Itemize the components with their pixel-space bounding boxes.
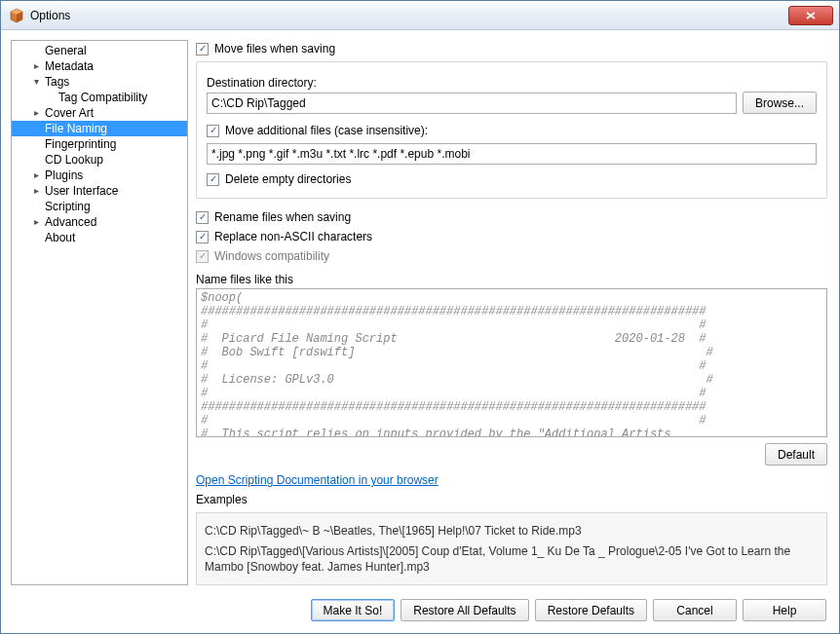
rename-files-checkbox[interactable]: ✓ <box>196 211 209 224</box>
example-line: C:\CD Rip\Tagged\~ B ~\Beatles, The\[196… <box>205 523 819 539</box>
cancel-button[interactable]: Cancel <box>653 599 737 621</box>
content-area: General▸Metadata▾TagsTag Compatibility▸C… <box>1 30 839 591</box>
move-additional-label[interactable]: Move additional files (case insensitive)… <box>225 124 428 137</box>
tree-toggle-icon[interactable]: ▸ <box>29 214 43 230</box>
tree-item-tags[interactable]: ▾Tags <box>12 74 187 90</box>
tree-item-label: Advanced <box>43 214 98 230</box>
make-it-so-button[interactable]: Make It So! <box>311 599 396 621</box>
tree-item-label: About <box>43 230 77 245</box>
nav-tree[interactable]: General▸Metadata▾TagsTag Compatibility▸C… <box>11 40 188 585</box>
tree-toggle-icon[interactable]: ▸ <box>29 168 43 183</box>
tree-item-file-naming[interactable]: File Naming <box>12 121 187 136</box>
move-files-group: Destination directory: Browse... ✓ Move … <box>196 61 827 199</box>
tree-item-label: User Interface <box>43 183 120 199</box>
tree-item-user-interface[interactable]: ▸User Interface <box>12 183 187 199</box>
example-line: C:\CD Rip\Tagged\[Various Artists]\[2005… <box>205 543 819 575</box>
dialog-footer: Make It So! Restore All Defaults Restore… <box>1 591 839 633</box>
tree-item-tag-compatibility[interactable]: Tag Compatibility <box>12 90 187 105</box>
tree-item-label: File Naming <box>43 121 109 136</box>
rename-files-label[interactable]: Rename files when saving <box>214 210 351 224</box>
naming-script-textarea[interactable] <box>196 288 827 437</box>
tree-item-label: CD Lookup <box>43 152 105 168</box>
tree-item-cd-lookup[interactable]: CD Lookup <box>12 152 187 168</box>
tree-item-label: Cover Art <box>43 105 95 121</box>
help-button[interactable]: Help <box>743 599 826 621</box>
additional-patterns-input[interactable] <box>207 143 817 165</box>
tree-item-about[interactable]: About <box>12 230 187 245</box>
main-panel: ✓ Move files when saving Destination dir… <box>196 40 829 585</box>
delete-empty-checkbox[interactable]: ✓ <box>207 173 219 186</box>
tree-toggle-icon[interactable]: ▸ <box>29 183 43 199</box>
name-files-label: Name files like this <box>196 273 827 286</box>
destination-label: Destination directory: <box>207 76 817 90</box>
move-files-label[interactable]: Move files when saving <box>214 42 335 56</box>
tree-toggle-icon[interactable]: ▾ <box>29 74 43 90</box>
examples-box: C:\CD Rip\Tagged\~ B ~\Beatles, The\[196… <box>196 512 827 585</box>
tree-item-label: Tag Compatibility <box>57 90 149 105</box>
tree-item-label: Scripting <box>43 199 93 214</box>
examples-label: Examples <box>196 493 827 506</box>
tree-toggle-icon[interactable]: ▸ <box>29 105 43 121</box>
tree-item-label: Tags <box>43 74 71 90</box>
destination-input[interactable] <box>207 93 737 114</box>
tree-item-scripting[interactable]: Scripting <box>12 199 187 214</box>
restore-all-defaults-button[interactable]: Restore All Defaults <box>401 599 528 621</box>
default-button[interactable]: Default <box>765 443 827 466</box>
tree-item-general[interactable]: General <box>12 43 187 58</box>
tree-item-label: Plugins <box>43 168 85 183</box>
app-icon <box>9 8 24 23</box>
replace-nonascii-checkbox[interactable]: ✓ <box>196 231 209 243</box>
delete-empty-label[interactable]: Delete empty directories <box>225 172 351 186</box>
tree-item-label: Metadata <box>43 58 95 74</box>
browse-button[interactable]: Browse... <box>743 92 817 114</box>
close-button[interactable] <box>788 6 833 25</box>
tree-toggle-icon[interactable]: ▸ <box>29 58 43 74</box>
tree-item-label: Fingerprinting <box>43 136 118 152</box>
restore-defaults-button[interactable]: Restore Defaults <box>535 599 647 621</box>
windows-compat-label: Windows compatibility <box>214 249 329 263</box>
tree-item-advanced[interactable]: ▸Advanced <box>12 214 187 230</box>
titlebar: Options <box>1 1 839 30</box>
tree-item-plugins[interactable]: ▸Plugins <box>12 168 187 183</box>
tree-item-fingerprinting[interactable]: Fingerprinting <box>12 136 187 152</box>
tree-item-label: General <box>43 43 89 58</box>
windows-compat-checkbox: ✓ <box>196 250 209 263</box>
move-additional-checkbox[interactable]: ✓ <box>207 125 219 137</box>
scripting-docs-link[interactable]: Open Scripting Documentation in your bro… <box>196 473 827 487</box>
tree-item-metadata[interactable]: ▸Metadata <box>12 58 187 74</box>
tree-item-cover-art[interactable]: ▸Cover Art <box>12 105 187 121</box>
window-title: Options <box>30 9 788 22</box>
replace-nonascii-label[interactable]: Replace non-ASCII characters <box>214 230 372 243</box>
options-window: Options General▸Metadata▾TagsTag Compati… <box>0 0 840 634</box>
move-files-checkbox[interactable]: ✓ <box>196 43 209 56</box>
